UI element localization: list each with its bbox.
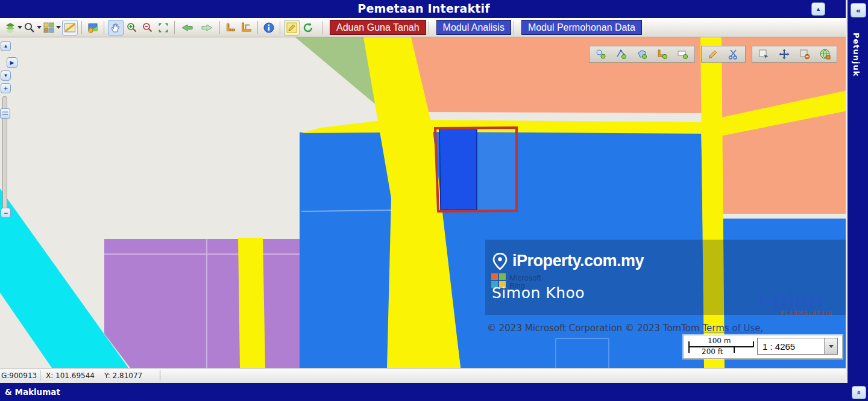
previous-extent-button[interactable]	[178, 20, 197, 35]
zoom-menu-button[interactable]	[24, 20, 42, 35]
draw-polygon-button[interactable]	[635, 48, 649, 60]
status-divider	[40, 370, 40, 381]
zoom-out-tool-button[interactable]	[140, 20, 155, 35]
arrow-right-icon: ▶	[10, 60, 14, 66]
zoom-out-icon	[142, 22, 154, 34]
toolbar-separator	[104, 21, 104, 34]
selected-parcel[interactable]	[439, 128, 477, 210]
pan-hand-icon	[110, 22, 122, 34]
parcel-right-highlight	[477, 129, 516, 210]
zone-blue-left	[300, 128, 393, 368]
zone-light-line	[722, 214, 848, 219]
modul-analisis-button[interactable]: Modul Analisis	[436, 20, 511, 35]
dropdown-button[interactable]	[824, 338, 837, 354]
measure-graphic-button[interactable]	[656, 48, 669, 60]
next-extent-button[interactable]	[198, 20, 216, 35]
scale-metric-label: 100 m	[708, 337, 731, 345]
draw-line-icon	[615, 48, 627, 60]
watermark-user-name: Simon Khoo	[492, 284, 585, 302]
map-pin-icon	[492, 253, 508, 270]
pan-tool-button[interactable]	[108, 20, 124, 36]
iplan-sub-text: PLANMALAYSIA	[780, 311, 832, 316]
measure-graphic-icon	[656, 48, 668, 60]
toolbar-separator	[429, 21, 429, 34]
zoom-slider-handle[interactable]	[0, 108, 10, 119]
measure-tool-button[interactable]	[224, 20, 238, 35]
select-graphic-button[interactable]	[757, 48, 770, 60]
scale-ratio-dropdown[interactable]: 1 : 4265	[757, 338, 838, 355]
refresh-button[interactable]	[301, 20, 315, 35]
terms-of-use-link[interactable]: Terms of Use	[702, 323, 760, 334]
globe-extent-button[interactable]	[819, 48, 832, 60]
arrow-left-icon	[181, 22, 194, 34]
zoom-out-button[interactable]: −	[1, 208, 11, 218]
chevron-down-icon	[829, 345, 834, 348]
move-graphic-button[interactable]	[778, 48, 791, 60]
overview-map-button[interactable]	[62, 20, 78, 36]
tiles-icon	[43, 22, 55, 34]
chevron-up-icon: ▲	[816, 6, 821, 12]
move-arrows-icon	[778, 48, 790, 60]
select-box-icon	[758, 48, 770, 60]
overview-map-icon	[64, 22, 76, 34]
toolbar-separator	[322, 21, 322, 34]
graphic-tools-group	[752, 46, 837, 63]
zoom-in-tool-button[interactable]	[125, 20, 139, 35]
road-purple-vertical	[238, 238, 265, 368]
x-coordinate: X: 101.69544	[46, 371, 95, 380]
dropdown-caret-icon	[37, 26, 42, 29]
pan-down-button[interactable]: ▼	[1, 70, 11, 81]
road-right-vertical	[700, 37, 725, 368]
aduan-guna-tanah-button[interactable]: Aduan Guna Tanah	[330, 20, 426, 35]
draw-toolbar	[589, 46, 837, 63]
minus-icon: −	[4, 209, 8, 217]
edit-tools-group	[701, 46, 746, 63]
draw-polygon-icon	[636, 48, 648, 60]
expand-legend-button[interactable]: «	[851, 3, 866, 17]
crop-icon	[241, 22, 253, 34]
zoom-in-icon	[126, 22, 138, 34]
modul-permohonan-data-button[interactable]: Modul Permohonan Data	[521, 20, 642, 35]
plus-icon: +	[4, 84, 8, 93]
remove-graphic-button[interactable]	[798, 48, 811, 60]
save-image-icon	[87, 22, 99, 34]
dropdown-caret-icon	[56, 26, 61, 29]
toolbar-separator	[81, 21, 82, 34]
projection-label: G:900913	[1, 371, 37, 380]
iplan-watermark: i-plan PLANMALAYSIA	[757, 290, 832, 316]
chevron-left-double-icon: «	[856, 6, 861, 15]
identify-tool-button[interactable]	[262, 20, 276, 35]
collapse-toolbar-button[interactable]: ▲	[811, 2, 825, 16]
copyright-attribution: © 2023 Microsoft Corporation © 2023 TomT…	[487, 323, 763, 334]
layers-tool-button[interactable]	[4, 20, 22, 35]
pemetaan-interaktif-app: Pemetaan Interaktif ▲	[0, 0, 868, 401]
map-canvas[interactable]: ▲ ▶ ▼ + −	[0, 37, 848, 368]
dropdown-caret-icon	[17, 26, 22, 29]
zoom-in-button[interactable]: +	[1, 83, 11, 93]
draw-point-icon	[595, 48, 607, 60]
toolbar-separator	[514, 21, 514, 34]
arrow-up-icon: ▲	[4, 43, 8, 49]
main-toolbar: Aduan Guna Tanah Modul Analisis Modul Pe…	[0, 18, 848, 37]
highlight-select-button[interactable]	[284, 20, 300, 36]
toolbar-separator	[257, 21, 258, 34]
expand-arrows-icon	[157, 22, 169, 34]
y-coordinate: Y: 2.81077	[104, 371, 142, 380]
pan-up-button[interactable]: ▲	[1, 41, 11, 51]
save-image-button[interactable]	[86, 20, 100, 35]
basemap-tiles-button[interactable]	[43, 20, 61, 35]
draw-point-button[interactable]	[594, 48, 608, 60]
scissors-icon	[728, 48, 740, 60]
arrow-down-icon: ▼	[4, 73, 8, 78]
layers-icon	[4, 22, 16, 34]
highlight-pencil-icon	[286, 22, 298, 34]
bottom-panel-bar[interactable]: & Maklumat	[0, 383, 868, 401]
add-label-button[interactable]	[676, 48, 690, 60]
pan-right-button[interactable]: ▶	[7, 57, 17, 68]
cut-graphic-button[interactable]	[727, 48, 740, 60]
full-extent-button[interactable]	[156, 20, 171, 35]
select-area-tool-button[interactable]	[239, 20, 254, 35]
edit-pencil-button[interactable]	[706, 48, 720, 60]
expand-bottom-panel-button[interactable]: «	[852, 386, 866, 399]
draw-line-button[interactable]	[615, 48, 628, 60]
